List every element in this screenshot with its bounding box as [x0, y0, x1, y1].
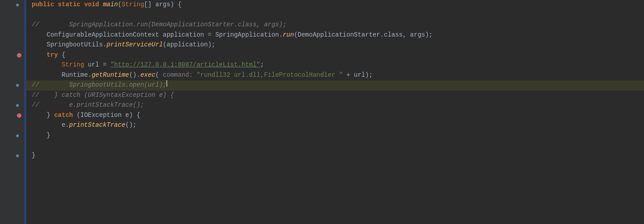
- code-line-11: // e.printStackTrace();: [26, 100, 644, 111]
- method-printstacktrace-13: printStackTrace: [69, 120, 125, 130]
- gutter-row-11: ◉: [0, 100, 24, 111]
- method-getruntime: getRuntime: [91, 71, 129, 80]
- code-line-14: }: [26, 131, 644, 141]
- keyword-try: try: [47, 50, 58, 60]
- gutter-row-7: [0, 60, 24, 71]
- code-line-10: // } catch (URISyntaxException e) {: [26, 91, 644, 101]
- text-cursor: [166, 80, 167, 87]
- paren-8a: ().: [129, 71, 140, 80]
- class-demostarter: DemoApplicationStarter: [298, 30, 380, 40]
- string-command: "rundll32 url.dll,FileProtocolHandler ": [197, 71, 343, 80]
- indent-6: [32, 50, 47, 60]
- indent-7: [32, 60, 62, 70]
- code-line-3: // SpringApplication.run(DemoApplication…: [26, 20, 644, 30]
- space-4: application =: [159, 30, 215, 40]
- indent-8: [32, 71, 62, 80]
- param-command: command:: [159, 71, 197, 80]
- space-7: url =: [84, 60, 111, 70]
- indent-12: }: [32, 111, 54, 120]
- breakpoint-icon-12: [17, 113, 21, 118]
- gutter-row-9: ◉: [0, 80, 24, 91]
- type-string: String: [122, 0, 144, 9]
- gutter-row-16: ◉: [0, 151, 24, 161]
- semi-13: ();: [125, 120, 136, 130]
- bookmark-icon-11: ◉: [14, 102, 21, 108]
- gutter-row-6: [0, 50, 24, 61]
- class-configurable: ConfigurableApplicationContext: [47, 30, 159, 40]
- method-exec: exec: [140, 71, 156, 80]
- space: [54, 0, 58, 9]
- comment-line-10: // } catch (URISyntaxException e) {: [32, 91, 174, 100]
- breakpoint-icon-6: [17, 53, 21, 58]
- gutter-row-8: [0, 71, 24, 81]
- class-ioexception: IOException: [80, 111, 121, 120]
- indent-5: [32, 40, 47, 50]
- comment-line-9: // SpringbootUtils.open(url);: [32, 80, 166, 90]
- code-line-9: // SpringbootUtils.open(url);: [26, 80, 644, 91]
- closebrace-16: }: [32, 151, 35, 160]
- closebrace-14: }: [32, 131, 50, 140]
- gutter-row-12: [0, 111, 24, 121]
- classref: .class, args);: [380, 30, 433, 40]
- indent-13: e.: [32, 120, 69, 130]
- keyword-void: void: [84, 0, 99, 9]
- dot-8a: .: [88, 71, 91, 80]
- dot-5: .: [103, 40, 107, 50]
- gutter-row-15: [0, 141, 24, 151]
- code-line-7: String url = "http://127.0.0.1:8087/arti…: [26, 60, 644, 71]
- indent-4: [32, 30, 47, 40]
- gutter-row-5: [0, 40, 24, 50]
- code-line-6: try {: [26, 50, 644, 61]
- gutter-row-4: [0, 30, 24, 41]
- bookmark-icon-1: ◉: [14, 2, 21, 8]
- e-12: e) {: [122, 111, 140, 120]
- code-line-5: SpringbootUtils.printServiceUrl(applicat…: [26, 40, 644, 50]
- gutter-row-14: ◉: [0, 131, 24, 141]
- keyword-static: static: [58, 0, 80, 9]
- code-line-2: [26, 10, 644, 21]
- comment-line-3: // SpringApplication.run(DemoApplication…: [32, 20, 286, 29]
- code-area[interactable]: public static void main(String[] args) {…: [26, 0, 644, 224]
- space-6: {: [58, 50, 66, 60]
- type-string-7: String: [62, 60, 84, 70]
- bookmark-icon-16: ◉: [14, 153, 21, 159]
- paren-5: (application);: [163, 40, 215, 50]
- space3: [99, 0, 103, 9]
- code-line-8: Runtime.getRuntime().exec( command: "run…: [26, 71, 644, 81]
- keyword-public: public: [32, 0, 54, 9]
- gutter-row-2: [0, 10, 24, 21]
- class-springbootutils-5: SpringbootUtils: [47, 40, 103, 50]
- concat-url: + url);: [343, 71, 372, 80]
- paren-4: (: [294, 30, 297, 40]
- gutter: ◉ ◉ ◉ ◉: [0, 0, 25, 224]
- code-line-15: [26, 141, 644, 151]
- code-line-13: e.printStackTrace();: [26, 120, 644, 131]
- class-springapp: SpringApplication: [215, 30, 279, 40]
- string-url-7: "http://127.0.0.1:8087/articleList.html": [110, 60, 260, 70]
- code-line-16: }: [26, 151, 644, 161]
- bookmark-icon-9: ◉: [14, 82, 21, 88]
- args: [] args) {: [144, 0, 182, 9]
- gutter-row-13: [0, 120, 24, 131]
- code-line-12: } catch (IOException e) {: [26, 111, 644, 121]
- method-main: main: [103, 0, 118, 9]
- method-run: run: [283, 30, 294, 40]
- gutter-row-10: [0, 91, 24, 101]
- gutter-row-1: ◉: [0, 0, 24, 10]
- class-runtime: Runtime: [62, 71, 88, 80]
- space-12: (: [73, 111, 80, 120]
- bookmark-icon-14: ◉: [14, 133, 21, 139]
- paren: (: [118, 0, 121, 9]
- dot-4: .: [279, 30, 283, 40]
- keyword-catch: catch: [54, 111, 73, 120]
- paren-8b: (: [155, 71, 159, 80]
- code-line-4: ConfigurableApplicationContext applicati…: [26, 30, 644, 41]
- editor: ◉ ◉ ◉ ◉: [0, 0, 644, 224]
- comment-line-11: // e.printStackTrace();: [32, 100, 144, 110]
- gutter-row-3: [0, 20, 24, 30]
- space2: [80, 0, 84, 9]
- semi-7: ;: [260, 60, 264, 70]
- code-line-1: public static void main(String[] args) {: [26, 0, 644, 10]
- method-printserviceurl: printServiceUrl: [107, 40, 163, 50]
